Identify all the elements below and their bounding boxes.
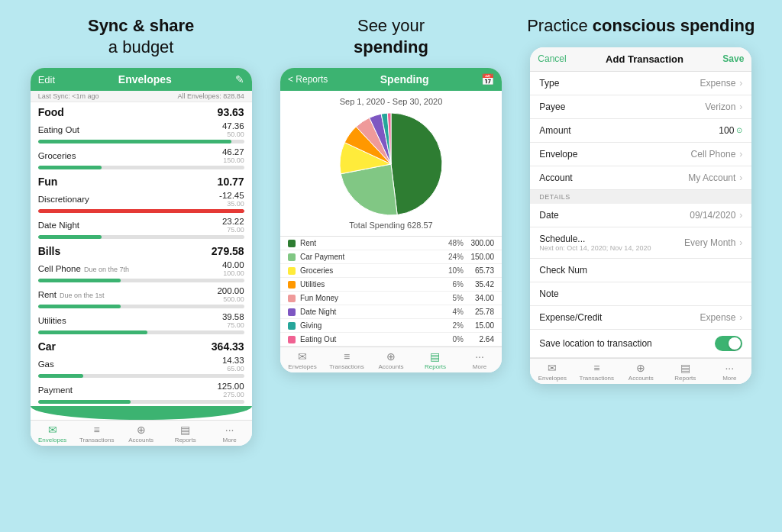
phone-header: Edit Envelopes ✎ bbox=[31, 68, 252, 91]
nav-icon: ▤ bbox=[430, 350, 440, 363]
nav-item[interactable]: ⊕ Accounts bbox=[369, 350, 413, 370]
form-row[interactable]: Amount 100 ⊙ bbox=[530, 119, 751, 143]
nav-item[interactable]: ⊕ Accounts bbox=[119, 424, 163, 443]
nav-item[interactable]: ≡ Transactions bbox=[325, 350, 369, 370]
item-name: Gas bbox=[38, 360, 57, 369]
phone-header: Cancel Add Transaction Save bbox=[530, 47, 751, 72]
nav-item[interactable]: ▤ Reports bbox=[663, 362, 707, 382]
env-item[interactable]: Cell PhoneDue on the 7th 40.00 100.00 bbox=[31, 259, 252, 285]
nav-label: Reports bbox=[175, 437, 196, 443]
form-row[interactable]: Expense/Credit Expense› bbox=[530, 306, 751, 330]
form-row[interactable]: Date 09/14/2020› bbox=[530, 204, 751, 227]
chart-area: Sep 1, 2020 - Sep 30, 2020 Total Spendin… bbox=[280, 91, 502, 233]
form-row[interactable]: Schedule... Next on: Oct 14, 2020; Nov 1… bbox=[530, 227, 751, 259]
item-amount: 200.00 bbox=[217, 286, 244, 295]
edit-icon[interactable]: ✎ bbox=[235, 73, 244, 85]
form-row[interactable]: Check Num bbox=[530, 259, 751, 282]
item-budget: 35.00 bbox=[219, 200, 244, 208]
env-category: Fun 10.77 bbox=[31, 172, 252, 189]
item-budget: 75.00 bbox=[222, 226, 244, 234]
phone-3: Cancel Add Transaction Save Type Expense… bbox=[530, 47, 751, 384]
nav-label: More bbox=[223, 437, 237, 443]
env-item[interactable]: Gas 14.33 65.00 bbox=[31, 354, 252, 380]
item-name: Cell PhoneDue on the 7th bbox=[38, 264, 129, 273]
env-item[interactable]: Groceries 46.27 150.00 bbox=[31, 146, 252, 172]
item-due: Due on the 7th bbox=[84, 266, 129, 273]
toggle-switch[interactable] bbox=[715, 336, 742, 351]
progress-fill bbox=[38, 140, 232, 143]
env-item[interactable]: Payment 125.00 275.00 bbox=[31, 380, 252, 406]
form-row[interactable]: Account My Account › bbox=[530, 166, 751, 190]
category-name: Car bbox=[38, 340, 56, 353]
env-item[interactable]: Date Night 23.22 75.00 bbox=[31, 215, 252, 241]
panel-3: Practice conscious spending Cancel Add T… bbox=[523, 15, 759, 384]
nav-item[interactable]: ≡ Transactions bbox=[75, 424, 119, 443]
save-button[interactable]: Save bbox=[722, 53, 744, 64]
form-value: Expense› bbox=[700, 312, 743, 323]
nav-icon: ≡ bbox=[593, 362, 599, 374]
nav-icon: ▤ bbox=[680, 362, 690, 374]
panel-2: See yourspending < Reports Spending 📅 Se… bbox=[273, 15, 509, 372]
item-budget: 50.00 bbox=[222, 131, 244, 138]
nav-item[interactable]: ··· More bbox=[707, 362, 751, 382]
item-name: Groceries bbox=[38, 151, 79, 160]
legend-row: Date Night 4% 25.78 bbox=[280, 305, 502, 319]
legend-pct: 24% bbox=[441, 253, 464, 261]
legend-name: Utilities bbox=[300, 280, 441, 289]
legend-row: Groceries 10% 65.73 bbox=[280, 264, 502, 278]
env-item[interactable]: Utilities 39.58 75.00 bbox=[31, 311, 252, 337]
legend-row: Utilities 6% 35.42 bbox=[280, 278, 502, 292]
category-amount: 364.33 bbox=[212, 340, 244, 353]
legend-amount: 34.00 bbox=[464, 294, 494, 302]
legend-color-swatch bbox=[288, 267, 296, 275]
nav-label: More bbox=[473, 363, 486, 370]
edit-button[interactable]: Edit bbox=[38, 74, 55, 85]
form-row[interactable]: Envelope Cell Phone › bbox=[530, 143, 751, 166]
cancel-button[interactable]: Cancel bbox=[538, 53, 566, 64]
pie-chart bbox=[338, 111, 444, 218]
form-label: Account bbox=[539, 172, 572, 183]
main-container: Sync & sharea budget Edit Envelopes ✎ La… bbox=[0, 0, 782, 532]
back-button[interactable]: < Reports bbox=[288, 74, 328, 85]
form-value: Cell Phone › bbox=[691, 149, 743, 160]
env-item[interactable]: RentDue on the 1st 200.00 500.00 bbox=[31, 285, 252, 311]
nav-item[interactable]: ▤ Reports bbox=[163, 424, 208, 443]
nav-item[interactable]: ··· More bbox=[208, 424, 252, 443]
form-row[interactable]: Note bbox=[530, 282, 751, 306]
phone-1: Edit Envelopes ✎ Last Sync: <1m ago All … bbox=[31, 68, 252, 446]
env-item[interactable]: Eating Out 47.36 50.00 bbox=[31, 120, 252, 146]
phone-2: < Reports Spending 📅 Sep 1, 2020 - Sep 3… bbox=[280, 68, 502, 372]
nav-item[interactable]: ⊕ Accounts bbox=[619, 362, 663, 382]
item-budget: 100.00 bbox=[222, 269, 244, 277]
calendar-icon[interactable]: 📅 bbox=[481, 73, 494, 85]
toggle-row[interactable]: Save location to transaction bbox=[530, 330, 751, 358]
form-row[interactable]: Payee Verizon › bbox=[530, 95, 751, 119]
nav-item[interactable]: ✉ Envelopes bbox=[31, 424, 75, 443]
nav-item[interactable]: ▤ Reports bbox=[413, 350, 457, 370]
form-label: Amount bbox=[539, 125, 570, 136]
nav-item[interactable]: ··· More bbox=[457, 350, 502, 370]
nav-label: Envelopes bbox=[38, 437, 66, 443]
form-value: Verizon › bbox=[705, 102, 742, 112]
form-label: Date bbox=[539, 210, 558, 221]
item-amount: -12.45 bbox=[219, 191, 244, 200]
legend-row: Giving 2% 15.00 bbox=[280, 319, 502, 333]
nav-item[interactable]: ✉ Envelopes bbox=[280, 350, 325, 370]
item-amount: 46.27 bbox=[222, 147, 244, 156]
nav-item[interactable]: ≡ Transactions bbox=[574, 362, 619, 382]
form-label: Check Num bbox=[539, 265, 587, 276]
legend-color-swatch bbox=[288, 295, 296, 302]
legend-row: Rent 48% 300.00 bbox=[280, 237, 502, 250]
nav-icon: ≡ bbox=[94, 424, 100, 436]
legend-pct: 4% bbox=[441, 308, 464, 316]
nav-item[interactable]: ✉ Envelopes bbox=[530, 362, 574, 382]
progress-bar bbox=[38, 305, 244, 308]
item-budget: 275.00 bbox=[217, 391, 244, 398]
nav-icon: ⊕ bbox=[386, 350, 396, 363]
form-row[interactable]: Type Expense › bbox=[530, 72, 751, 95]
legend-amount: 15.00 bbox=[464, 321, 494, 330]
legend-color-swatch bbox=[288, 253, 296, 261]
legend-row: Fun Money 5% 34.00 bbox=[280, 292, 502, 305]
env-item[interactable]: Discretionary -12.45 35.00 bbox=[31, 189, 252, 215]
progress-fill bbox=[38, 400, 131, 404]
